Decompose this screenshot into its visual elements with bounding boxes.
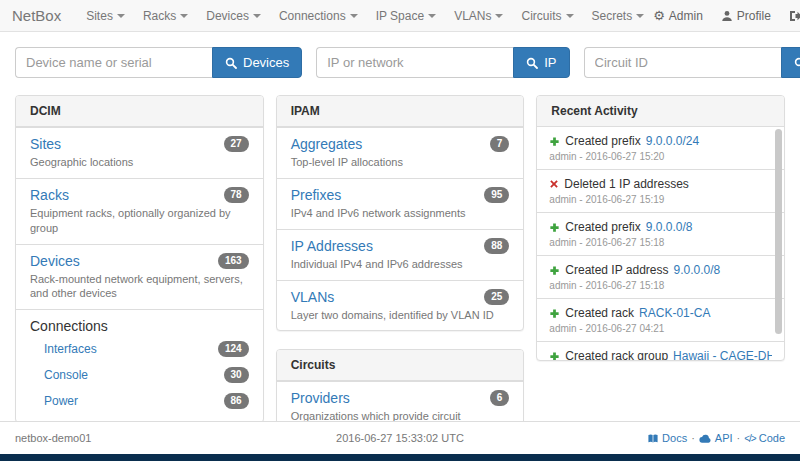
brand-logo[interactable]: NetBox (12, 7, 61, 24)
device-search-group: Devices (15, 47, 302, 78)
vlans-link[interactable]: VLANs (291, 289, 335, 305)
activity-action: Deleted 1 IP addresses (564, 177, 689, 191)
interfaces-link[interactable]: Interfaces (44, 342, 97, 356)
ip-addresses-description: Individual IPv4 and IPv6 addresses (291, 257, 510, 272)
activity-item: Created prefix9.0.0.0/8 admin - 2016-06-… (537, 212, 784, 255)
ip-search-input[interactable] (316, 47, 513, 78)
nav-item-racks[interactable]: Racks (134, 9, 197, 23)
console-link[interactable]: Console (44, 368, 88, 382)
docs-link[interactable]: Docs (647, 432, 687, 444)
activity-action: Created rack (565, 306, 634, 320)
plus-icon (549, 136, 560, 147)
nav-item-connections[interactable]: Connections (270, 9, 367, 23)
ip-search-button-label: IP (544, 55, 556, 70)
gear-icon: ⚙ (653, 9, 665, 22)
admin-link[interactable]: ⚙Admin (653, 9, 703, 23)
providers-link[interactable]: Providers (291, 390, 350, 406)
recent-activity-panel: Recent Activity Created prefix9.0.0.0/24… (536, 95, 785, 361)
sites-description: Geographic locations (30, 155, 249, 170)
activity-meta: admin - 2016-06-27 15:20 (549, 151, 772, 162)
api-label: API (715, 432, 733, 444)
nav-item-vlans[interactable]: VLANs (445, 9, 512, 23)
caret-down-icon (117, 14, 125, 18)
logout-icon (789, 10, 800, 22)
activity-action: Created IP address (565, 263, 668, 277)
nav-item-devices[interactable]: Devices (197, 9, 270, 23)
api-link[interactable]: API (699, 432, 733, 444)
nav-item-label: Sites (86, 9, 113, 23)
circuit-search-group: Circuits (584, 47, 800, 78)
navbar: NetBox Sites Racks Devices Connections I… (0, 0, 800, 32)
activity-item: Deleted 1 IP addresses admin - 2016-06-2… (537, 169, 784, 212)
nav-item-label: Circuits (521, 9, 561, 23)
nav-item-secrets[interactable]: Secrets (583, 9, 654, 23)
navbar-user-menu: ⚙Admin Profile Log out (653, 2, 800, 30)
power-link[interactable]: Power (44, 394, 78, 408)
aggregates-link[interactable]: Aggregates (291, 136, 363, 152)
devices-link[interactable]: Devices (30, 253, 80, 269)
server-time: 2016-06-27 15:33:02 UTC (272, 432, 529, 444)
ip-addresses-link[interactable]: IP Addresses (291, 238, 373, 254)
activity-link[interactable]: RACK-01-CA (639, 306, 710, 320)
activity-link[interactable]: 9.0.0.0/8 (674, 263, 721, 277)
profile-link[interactable]: Profile (721, 9, 771, 23)
list-item-sites: Sites27 Geographic locations (16, 127, 263, 178)
profile-label: Profile (737, 9, 771, 23)
activity-meta: admin - 2016-06-27 15:18 (549, 237, 772, 248)
racks-description: Equipment racks, optionally organized by… (30, 206, 249, 236)
list-item-vlans: VLANs25 Layer two domains, identified by… (277, 280, 524, 331)
dcim-panel: DCIM Sites27 Geographic locations Racks7… (15, 95, 264, 423)
connections-title: Connections (30, 318, 249, 334)
activity-action: Created prefix (565, 134, 640, 148)
plus-icon (549, 265, 560, 276)
logout-link[interactable]: Log out (789, 2, 800, 30)
activity-link[interactable]: 9.0.0.0/8 (646, 220, 693, 234)
sites-count-badge: 27 (224, 136, 249, 152)
nav-item-ip-space[interactable]: IP Space (367, 9, 445, 23)
ip-search-group: IP (316, 47, 569, 78)
circuit-search-button[interactable]: Circuits (781, 47, 800, 78)
devices-description: Rack-mounted network equipment, servers,… (30, 272, 249, 302)
nav-item-label: Devices (206, 9, 249, 23)
search-icon (225, 57, 237, 69)
activity-link[interactable]: 9.0.0.0/24 (646, 134, 699, 148)
footer: netbox-demo01 2016-06-27 15:33:02 UTC Do… (0, 421, 800, 454)
device-search-button[interactable]: Devices (212, 47, 302, 78)
caret-down-icon (566, 14, 574, 18)
bottom-accent-bar (0, 454, 800, 461)
providers-count-badge: 6 (490, 390, 510, 406)
docs-label: Docs (662, 432, 687, 444)
list-item-devices: Devices163 Rack-mounted network equipmen… (16, 244, 263, 310)
device-search-button-label: Devices (243, 55, 289, 70)
admin-label: Admin (669, 9, 703, 23)
vlans-description: Layer two domains, identified by VLAN ID (291, 308, 510, 323)
connections-row-console: Console30 (30, 362, 249, 388)
racks-link[interactable]: Racks (30, 187, 69, 203)
caret-down-icon (636, 14, 644, 18)
column-dcim: DCIM Sites27 Geographic locations Racks7… (15, 95, 264, 461)
device-search-input[interactable] (15, 47, 212, 78)
nav-item-sites[interactable]: Sites (77, 9, 134, 23)
prefixes-link[interactable]: Prefixes (291, 187, 342, 203)
activity-scrollbar[interactable] (775, 129, 782, 334)
plus-icon (549, 351, 560, 361)
circuit-search-input[interactable] (584, 47, 781, 78)
nav-item-label: VLANs (454, 9, 491, 23)
activity-meta: admin - 2016-06-27 15:18 (549, 280, 772, 291)
dcim-panel-title: DCIM (16, 96, 263, 127)
racks-count-badge: 78 (224, 187, 249, 203)
column-activity: Recent Activity Created prefix9.0.0.0/24… (536, 95, 785, 379)
circuits-panel-title: Circuits (277, 350, 524, 381)
sites-link[interactable]: Sites (30, 136, 61, 152)
prefixes-count-badge: 95 (484, 187, 509, 203)
code-link[interactable]: </>Code (744, 432, 785, 444)
connections-row-interfaces: Interfaces124 (30, 336, 249, 362)
ip-search-button[interactable]: IP (513, 47, 569, 78)
nav-item-circuits[interactable]: Circuits (512, 9, 582, 23)
activity-meta: admin - 2016-06-27 15:19 (549, 194, 772, 205)
activity-link[interactable]: Hawaii - CAGE-DH1-01 (673, 349, 772, 360)
ipam-panel: IPAM Aggregates7 Top-level IP allocation… (276, 95, 525, 331)
caret-down-icon (253, 14, 261, 18)
interfaces-count-badge: 124 (218, 341, 249, 357)
nav-item-label: Secrets (592, 9, 633, 23)
